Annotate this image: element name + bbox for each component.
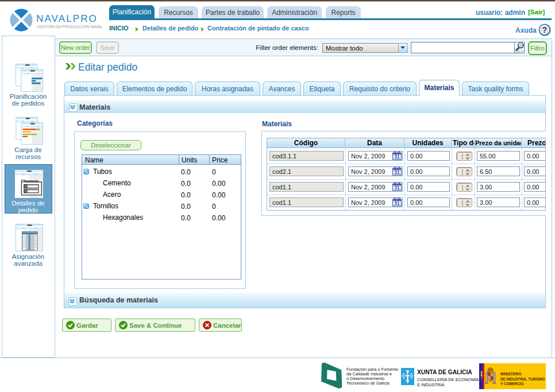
svg-text:Y COMERCIO: Y COMERCIO bbox=[500, 382, 524, 386]
svg-text:DE INDUSTRIA, TURISMO: DE INDUSTRIA, TURISMO bbox=[500, 377, 545, 382]
svg-text:?: ? bbox=[542, 25, 548, 34]
svg-text:MINISTERIO: MINISTERIO bbox=[500, 372, 522, 376]
